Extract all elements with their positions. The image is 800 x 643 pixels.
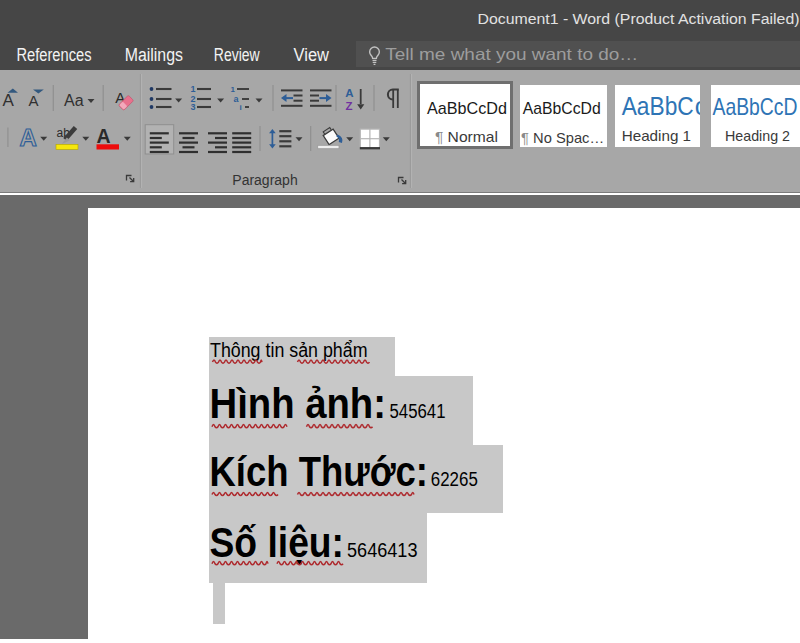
- svg-text:Kích Thước:: Kích Thước:: [210, 448, 429, 495]
- svg-text:Hình ảnh:: Hình ảnh:: [210, 380, 387, 427]
- svg-text:62265: 62265: [431, 468, 478, 490]
- svg-text:Thông tin sản phẩm: Thông tin sản phẩm: [210, 339, 368, 361]
- svg-text:Số liệu:: Số liệu:: [210, 519, 345, 566]
- svg-text:5646413: 5646413: [347, 539, 418, 561]
- svg-text:545641: 545641: [390, 400, 446, 422]
